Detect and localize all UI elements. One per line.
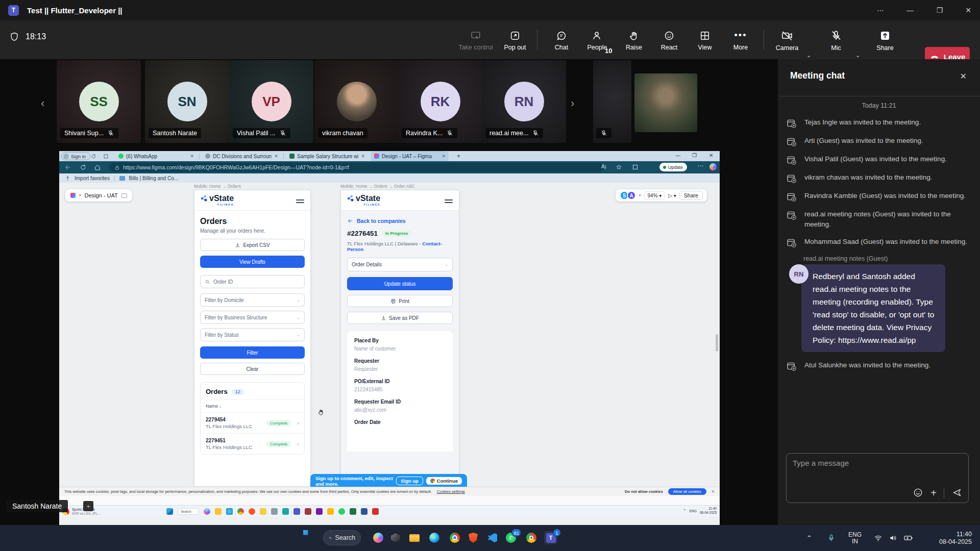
tray-chevron-icon[interactable]: ⌃: [683, 509, 687, 513]
favorites-folder[interactable]: Bills | Billing and Co...: [129, 176, 179, 181]
favorite-star-icon[interactable]: [616, 164, 622, 170]
taskbar-clock[interactable]: 11:4008-04-2025: [925, 525, 972, 551]
refresh-icon[interactable]: [80, 164, 87, 171]
read-aloud-icon[interactable]: A): [601, 164, 606, 169]
order-details-select[interactable]: Order Details⌄: [347, 258, 453, 271]
new-tab-icon[interactable]: +: [457, 153, 460, 160]
tiles-prev-icon[interactable]: ‹: [41, 97, 44, 110]
tab-close-icon[interactable]: ✕: [190, 154, 194, 159]
whatsapp-icon[interactable]: ✆ 81: [504, 531, 518, 544]
maximize-icon[interactable]: ❐: [928, 0, 951, 20]
cookie-settings-link[interactable]: Cookies settings: [437, 489, 465, 494]
camera-chevron-icon[interactable]: ⌄: [806, 52, 811, 59]
app-icon[interactable]: [316, 508, 323, 515]
print-button[interactable]: Print: [347, 295, 453, 307]
app-icon[interactable]: [327, 508, 334, 515]
import-favorites-link[interactable]: Import favorites: [75, 176, 110, 181]
figma-canvas[interactable]: ▾ Design - UAT S A ▾ 94% ▾ ▷ ▾ Share Mob…: [59, 183, 720, 487]
tab-close-icon[interactable]: ✕: [274, 154, 278, 159]
zoom-level-select[interactable]: 94% ▾: [644, 191, 666, 200]
hamburger-menu-icon[interactable]: [445, 198, 453, 205]
chrome-icon[interactable]: [448, 531, 461, 544]
chat-message[interactable]: RN Redberyl and Santosh added read.ai me…: [786, 264, 972, 352]
send-icon[interactable]: [951, 487, 962, 498]
tab-close-icon[interactable]: ✕: [361, 154, 365, 159]
window-menu-icon[interactable]: ⋯: [869, 0, 892, 20]
view-button[interactable]: View: [689, 24, 721, 56]
file-explorer-icon[interactable]: [408, 531, 421, 544]
copilot-icon[interactable]: [204, 508, 210, 515]
battery-icon[interactable]: [903, 525, 913, 551]
mic-chevron-icon[interactable]: ⌄: [855, 52, 860, 59]
acrobat-icon[interactable]: [372, 508, 379, 515]
copilot-icon[interactable]: [709, 163, 717, 170]
order-id-search[interactable]: Order ID: [200, 275, 305, 288]
back-icon[interactable]: [64, 164, 71, 171]
browser-tab-dc-divisions[interactable]: DC Divisions and Surroundings✕: [202, 151, 281, 161]
vertical-tabs-icon[interactable]: [103, 154, 109, 159]
excel-icon[interactable]: [350, 508, 356, 515]
frame1-label[interactable]: Mobile: Home → Orders: [194, 184, 241, 189]
frame2-label[interactable]: Mobile: Home → Orders → Order ABC: [340, 184, 415, 189]
browser-minimize-icon[interactable]: —: [675, 153, 680, 158]
filter-domicile-select[interactable]: Filter by Domicile⌄: [200, 293, 305, 307]
chevron-down-icon[interactable]: ▾: [639, 193, 641, 197]
hamburger-menu-icon[interactable]: [296, 198, 304, 205]
brave-icon[interactable]: [467, 531, 480, 544]
more-button[interactable]: ••• More: [724, 24, 757, 56]
participant-tile[interactable]: vikram chavan: [314, 60, 399, 143]
chrome-profile-icon[interactable]: [525, 531, 538, 544]
react-button[interactable]: React: [653, 24, 685, 56]
app-icon[interactable]: [260, 508, 266, 515]
allow-cookies-button[interactable]: Allow all cookies: [668, 488, 706, 495]
export-csv-button[interactable]: Export CSV: [200, 239, 305, 251]
chat-button[interactable]: Chat: [545, 24, 578, 56]
teams-taskbar-icon[interactable]: T 1: [544, 531, 557, 544]
split-screen-icon[interactable]: [632, 164, 639, 170]
browser-close-icon[interactable]: ✕: [709, 153, 713, 158]
language-indicator[interactable]: ENGIN: [848, 525, 862, 551]
filter-business-structure-select[interactable]: Filter by Business Structure⌄: [200, 311, 305, 324]
order-row[interactable]: 2279451 TL Flex Holdings LLC Complete ›: [201, 433, 304, 454]
raise-button[interactable]: Raise: [618, 24, 650, 56]
whatsapp-icon[interactable]: [338, 508, 345, 515]
copilot-taskbar-icon[interactable]: [372, 531, 385, 544]
order-row[interactable]: 2279454 TL Flex Holdings LLC Complete ›: [201, 412, 304, 433]
chevron-down-icon[interactable]: ▾: [79, 193, 81, 197]
filter-button[interactable]: Filter: [200, 346, 305, 359]
participant-tile[interactable]: RN read.ai mee...: [482, 60, 566, 143]
app-icon[interactable]: [271, 508, 278, 515]
chrome-icon[interactable]: [237, 508, 244, 515]
participant-tile[interactable]: VP Vishal Patil ...: [229, 60, 313, 143]
app-icon[interactable]: [282, 508, 289, 515]
clear-button[interactable]: Clear: [200, 363, 305, 375]
sign-up-button[interactable]: Sign up: [396, 477, 423, 485]
overlay-plus-icon[interactable]: +: [83, 501, 93, 511]
chat-message-list[interactable]: Today 11:21 Tejas Ingle was invited to t…: [786, 102, 972, 379]
google-continue-button[interactable]: Continue: [426, 477, 462, 485]
tray-mic-icon[interactable]: [827, 525, 836, 551]
browser-tab-whatsapp[interactable]: (6) WhatsApp✕: [115, 151, 197, 161]
edge-icon[interactable]: [226, 508, 233, 515]
chat-compose-box[interactable]: +: [786, 453, 969, 503]
volume-icon[interactable]: [889, 525, 897, 551]
camera-button[interactable]: Camera: [771, 24, 803, 56]
mic-button[interactable]: Mic: [820, 24, 852, 56]
search-pill[interactable]: Search: [178, 508, 199, 515]
participant-tile[interactable]: SS Shivani Sup...: [57, 60, 141, 143]
view-drafts-button[interactable]: View Drafts: [200, 256, 305, 268]
access-icon[interactable]: [305, 508, 311, 515]
chat-close-icon[interactable]: ✕: [960, 71, 967, 81]
browser-restore-icon[interactable]: ❐: [692, 153, 697, 158]
present-button[interactable]: ▷ ▾: [668, 193, 676, 198]
attach-plus-icon[interactable]: +: [930, 488, 937, 498]
minimize-icon[interactable]: —: [898, 0, 922, 20]
word-icon[interactable]: [361, 508, 368, 515]
browser-menu-icon[interactable]: ⋯: [697, 162, 704, 169]
brave-icon[interactable]: [249, 508, 255, 515]
chevron-right-icon[interactable]: ›: [297, 441, 299, 447]
participant-tile[interactable]: SN Santosh Narate: [145, 60, 229, 143]
presenter-video-tile[interactable]: [634, 73, 697, 132]
update-status-button[interactable]: Update status: [347, 277, 453, 290]
cookie-close-icon[interactable]: ✕: [712, 489, 715, 494]
